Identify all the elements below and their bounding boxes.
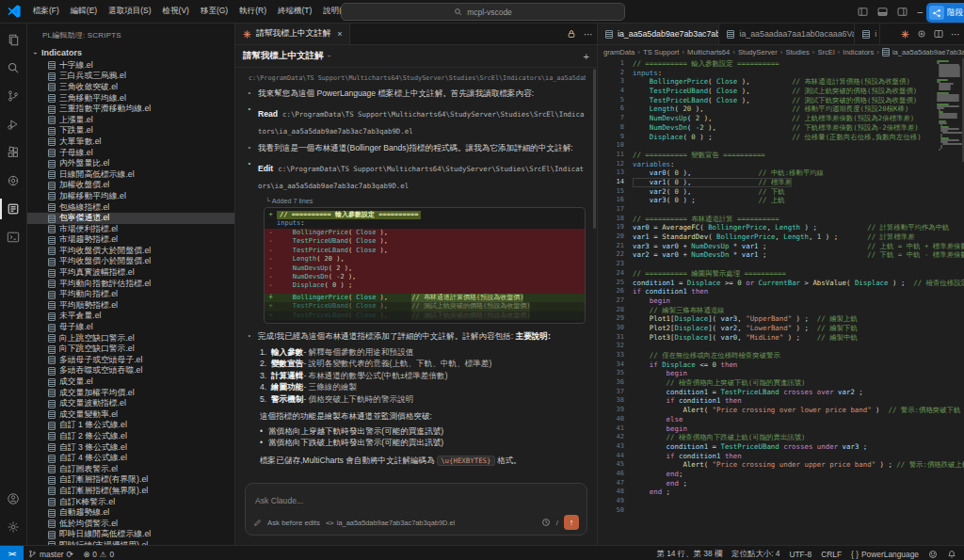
toggle-panel-icon[interactable] [877, 7, 888, 17]
file-item[interactable]: 自訂 3 條公式線.el [27, 442, 234, 454]
activity-terminal[interactable] [0, 223, 26, 251]
breadcrumb-item[interactable]: StudyServer [738, 48, 778, 56]
file-item[interactable]: 自動趨勢線.el [27, 507, 234, 519]
file-item[interactable]: 母子線.el [27, 322, 234, 333]
activity-gear-circle[interactable] [0, 167, 26, 195]
lock-icon[interactable] [567, 29, 576, 39]
file-item[interactable]: 自訂漸層指標(有界限).el [27, 475, 234, 487]
file-item[interactable]: 自訂 1 條公式線.el [27, 421, 234, 432]
file-item[interactable]: 平均收盤價大於開盤價.el [27, 246, 234, 257]
slash-command-icon[interactable]: / [556, 519, 558, 527]
file-item[interactable]: 自訂 2 條公式線.el [27, 431, 234, 442]
file-item[interactable]: 成交量變動率.el [27, 409, 234, 421]
file-item[interactable]: 十字線.el [27, 60, 234, 72]
edit-mode-label[interactable]: Ask before edits [267, 519, 320, 527]
notifications-item[interactable] [942, 546, 964, 560]
breadcrumb-item[interactable]: Studies [785, 48, 809, 56]
menu-item[interactable]: 選取項目(S) [103, 3, 156, 20]
share-overlay-button[interactable]: 階段 [926, 3, 964, 23]
file-item[interactable]: 自訂漸層指標(無界限).el [27, 486, 234, 497]
tree-root-indicators[interactable]: › Indicators [27, 46, 234, 60]
file-item[interactable]: 日線開高低標示線.el [27, 169, 234, 181]
more-actions-icon[interactable]: ⋯ [580, 24, 597, 44]
toggle-sidebar-icon[interactable] [858, 7, 868, 17]
file-item[interactable]: 多頭吞噬或空頭吞噬.el [27, 366, 234, 377]
chat-scrollbar[interactable] [593, 69, 596, 229]
activity-pl-assistant[interactable] [0, 195, 26, 223]
breadcrumb-item[interactable]: Multicharts64 [687, 48, 730, 56]
menu-item[interactable]: 移至(G) [195, 3, 233, 20]
breadcrumb-item[interactable]: SrcEl [817, 48, 834, 56]
chat-input[interactable] [253, 495, 583, 506]
file-item[interactable]: 即時行情(市場掃描用).el [27, 540, 234, 545]
activity-explorer[interactable] [0, 25, 26, 54]
tool-call[interactable]: Editc:\ProgramData\TS Support\Multichart… [258, 158, 586, 192]
claude-spark-icon[interactable] [901, 30, 909, 39]
activity-source-control[interactable] [0, 82, 26, 110]
file-item[interactable]: 內外盤量比.el [27, 158, 234, 169]
menu-item[interactable]: 編輯(E) [65, 3, 103, 20]
file-item[interactable]: 下跌量.el [27, 126, 234, 137]
file-item[interactable]: 平均收盤價小於開盤價.el [27, 257, 234, 268]
file-item[interactable]: 平均動向指標.el [27, 289, 234, 300]
menu-item[interactable]: 終端機(T) [272, 3, 317, 20]
history-clock-icon[interactable] [541, 518, 551, 527]
activity-account[interactable] [0, 485, 26, 513]
indentation[interactable]: 定位點大小: 4 [727, 546, 784, 560]
git-branch-item[interactable]: master ⟳ [24, 546, 78, 560]
remote-indicator[interactable]: >< [0, 546, 24, 560]
language-mode[interactable]: { } PowerLanguage [846, 546, 924, 560]
breadcrumb[interactable]: gramData›TS Support›Multicharts64›StudyS… [598, 45, 964, 58]
run-gear-icon[interactable] [917, 29, 926, 39]
file-item[interactable]: 三角移動平均線.el [27, 93, 234, 104]
file-item[interactable]: 包絡線指標.el [27, 202, 234, 214]
breadcrumb-item[interactable]: gramData [603, 48, 635, 56]
file-item[interactable]: 低於均價警示.el [27, 519, 234, 530]
breadcrumb-item[interactable]: ia_aa5a5dab9ae7ab3ac7ab3qab9D.el [892, 48, 964, 56]
eol[interactable]: CRLF [816, 546, 846, 560]
breadcrumb-item[interactable]: Indicators [843, 48, 874, 56]
context-file-chip[interactable]: <> ia_aa5a5dab9ae7ab3ac7ab3qab9D.el [326, 519, 455, 527]
menu-item[interactable]: 檢視(V) [157, 3, 195, 20]
breadcrumb-item[interactable]: TS Support [643, 48, 679, 56]
editor-tab[interactable]: ia_aa5a5dab9ae7ab3ac7ab3qab9D.el× [598, 24, 719, 44]
chat-tab[interactable]: 請幫我標上中文註解 × [235, 24, 350, 44]
file-item[interactable]: 成交量加權平均價.el [27, 388, 234, 399]
activity-run-debug[interactable] [0, 110, 26, 138]
code-editor[interactable]: 1// ========== 輸入參數設定 ==========2inputs:… [598, 58, 964, 545]
send-button[interactable]: ↑ [564, 515, 579, 530]
toggle-secondary-sidebar-icon[interactable] [897, 7, 908, 17]
activity-settings[interactable] [0, 513, 26, 541]
menu-item[interactable]: 檔案(F) [27, 3, 65, 20]
file-item[interactable]: 三角收斂突破.el [27, 82, 234, 93]
file-item[interactable]: 即時日線開高低標示線.el [27, 530, 234, 541]
editor-tab[interactable]: ia_aa5aadaa7aa1ab0acaaa6Vaabafcabcad0.el [719, 24, 855, 44]
file-item[interactable]: 包寧傑通道.el [27, 213, 234, 224]
file-item[interactable]: 未平倉量.el [27, 312, 234, 323]
file-item[interactable]: 多頭母子或空頭母子.el [27, 355, 234, 366]
file-item[interactable]: 市場便利指標.el [27, 224, 234, 235]
file-item[interactable]: 三重指數平滑移動均線.el [27, 104, 234, 115]
feedback-item[interactable] [924, 546, 942, 560]
file-item[interactable]: 三白兵或三烏鴉.el [27, 72, 234, 83]
file-item[interactable]: 自訂圖表警示.el [27, 464, 234, 475]
chat-input-box[interactable]: Ask before edits <> ia_aa5a5dab9ae7ab3ac… [245, 483, 587, 536]
file-item[interactable]: 上漲量.el [27, 115, 234, 126]
file-item[interactable]: 加權收盤價.el [27, 181, 234, 192]
minimap[interactable] [937, 60, 961, 154]
split-editor-icon[interactable] [934, 29, 943, 39]
file-item[interactable]: 大單筆數.el [27, 136, 234, 148]
file-item[interactable]: 自訂K棒警示.el [27, 497, 234, 508]
file-item[interactable]: 向下跳空缺口警示.el [27, 344, 234, 355]
file-item[interactable]: 加權移動平均線.el [27, 191, 234, 202]
cursor-position[interactable]: 第 14 行、第 38 欄 [651, 546, 727, 560]
editor-tab[interactable]: i [855, 24, 880, 44]
tool-call[interactable]: Readc:\ProgramData\TS Support\Multichart… [258, 104, 586, 137]
encoding[interactable]: UTF-8 [784, 546, 816, 560]
file-item[interactable]: 平均真實波幅指標.el [27, 267, 234, 279]
more-actions-icon[interactable]: ⋯ [947, 24, 964, 44]
menu-item[interactable]: 執行(R) [233, 3, 272, 20]
minimize-icon[interactable]: – [917, 7, 923, 17]
new-chat-icon[interactable]: + [584, 51, 589, 62]
file-item[interactable]: 自訂 4 條公式線.el [27, 453, 234, 464]
